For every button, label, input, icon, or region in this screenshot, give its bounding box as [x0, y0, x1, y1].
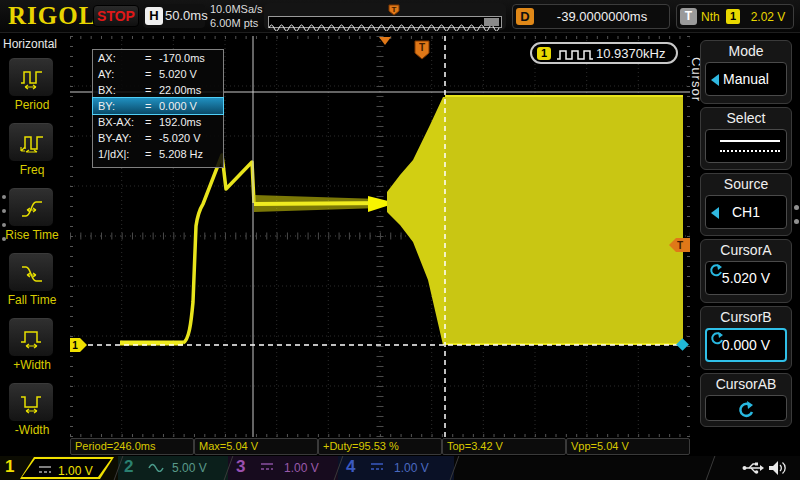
dc-coupling-icon: [38, 466, 52, 474]
cursor-row-bx: BX: = 22.00ms: [93, 82, 223, 98]
timebase-value: 50.0ms: [165, 8, 205, 23]
cursor-row-by-selected: BY: = 0.000 V: [93, 98, 223, 114]
cursor-ab-value[interactable]: [705, 395, 787, 421]
sample-rate: 10.0MSa/s: [210, 2, 263, 16]
menu-page-dot: [794, 205, 799, 210]
channel-4-status[interactable]: 4 1.00 V: [338, 456, 454, 480]
measure-item-label: Freq: [0, 163, 64, 177]
measure-item-label: Fall Time: [0, 293, 64, 307]
freq-icon: [19, 131, 45, 155]
trigger-time-flag-icon: T: [415, 41, 429, 59]
horizontal-icon: H: [145, 7, 163, 25]
trigger-position-flag-icon: T: [388, 4, 400, 16]
preview-view-window[interactable]: [484, 18, 499, 26]
waveform-preview-strip[interactable]: T: [264, 3, 506, 30]
measure-item-label: -Width: [0, 423, 64, 437]
svg-text:T: T: [392, 5, 397, 14]
plus-width-icon: [19, 326, 45, 350]
svg-text:1: 1: [72, 340, 78, 351]
delay-value: -39.0000000ms: [537, 9, 667, 24]
measure-item-freq[interactable]: [8, 122, 54, 162]
cursor-row-ay: AY: = 5.020 V: [93, 66, 223, 82]
rotate-knob-icon: [737, 400, 755, 418]
cursor-b-value[interactable]: 0.000 V: [705, 328, 787, 362]
scroll-indicator-dot: [2, 237, 6, 241]
trigger-position-marker-icon[interactable]: [379, 37, 391, 45]
top-status-bar: RIGOL STOP H 50.0ms 10.0MSa/s 6.00M pts …: [0, 0, 800, 33]
rotate-knob-icon: [709, 263, 723, 277]
measure-item-label: +Width: [0, 358, 64, 372]
freq-counter-channel: 1: [537, 47, 551, 60]
measure-item-fall-time[interactable]: [8, 252, 54, 292]
cursor-a-value[interactable]: 5.020 V: [705, 261, 787, 295]
frequency-counter-badge: 1 10.9370kHz: [530, 42, 678, 64]
waveform-display: T 1 T 1 10.9370kHz AX:: [70, 36, 690, 437]
measure-menu-title: Horizontal: [0, 33, 64, 51]
square-wave-icon: [556, 48, 594, 61]
menu-item-cursor-a[interactable]: CursorA 5.020 V: [700, 239, 792, 303]
channel-3-status[interactable]: 3 1.00 V: [228, 456, 338, 480]
channel-1-frame: 1.00 V: [20, 457, 114, 479]
trigger-icon: T: [680, 8, 697, 25]
measurement-results-bar: Period=246.0ms Max=5.04 V +Duty=95.53 % …: [70, 438, 690, 455]
cursor-row-byay: BY-AY: = -5.020 V: [93, 130, 223, 146]
scroll-indicator-dot: [2, 209, 6, 213]
measure-item-period[interactable]: [8, 57, 54, 97]
menu-item-cursor-b[interactable]: CursorB 0.000 V: [700, 306, 792, 370]
ac-coupling-icon: [148, 463, 164, 472]
speaker-icon: [768, 460, 788, 476]
trigger-level-value: 2.02 V: [745, 10, 791, 24]
channel-status-bar: 1 1.00 V 2 5.00 V 3: [0, 456, 800, 480]
freq-counter-value: 10.9370kHz: [596, 46, 665, 61]
measure-menu: Horizontal Period Freq Rise Time: [0, 33, 64, 456]
source-value[interactable]: CH1: [705, 195, 787, 229]
channel-separator: [706, 456, 716, 480]
scroll-indicator-dot: [2, 223, 6, 227]
ch1-ground-marker-icon[interactable]: 1: [70, 338, 87, 352]
menu-item-cursor-ab[interactable]: CursorAB: [700, 373, 792, 427]
menu-item-mode[interactable]: Mode Manual: [700, 40, 792, 104]
menu-item-select[interactable]: Select: [700, 107, 792, 170]
measure-item-label: Rise Time: [0, 228, 64, 242]
trigger-source-badge: 1: [726, 9, 740, 24]
cursor-b-line-icon: [720, 150, 780, 152]
cursor-row-freq: 1/|dX|: = 5.208 Hz: [93, 146, 223, 162]
measure-item-rise-time[interactable]: [8, 187, 54, 227]
cursor-a-line-icon: [720, 140, 780, 142]
mode-value[interactable]: Manual: [705, 62, 787, 96]
rotate-knob-icon: [710, 331, 724, 345]
cursor-row-ax: AX: = -170.0ms: [93, 50, 223, 66]
measurement-period: Period=246.0ms: [70, 438, 194, 455]
channel-1-status[interactable]: 1 1.00 V: [0, 456, 118, 480]
measurement-duty: +Duty=95.53 %: [318, 438, 442, 455]
measurement-top: Top=3.42 V: [442, 438, 566, 455]
menu-item-source[interactable]: Source CH1: [700, 173, 792, 236]
cursor-row-bxax: BX-AX: = 192.0ms: [93, 114, 223, 130]
period-icon: [19, 66, 45, 90]
delay-icon: D: [516, 8, 534, 25]
rigol-logo: RIGOL: [8, 2, 96, 30]
memory-depth: 6.00M pts: [210, 16, 263, 30]
minus-width-icon: [19, 391, 45, 415]
left-triangle-icon: [711, 207, 719, 219]
measure-item-plus-width[interactable]: [8, 317, 54, 357]
measure-item-minus-width[interactable]: [8, 382, 54, 422]
fall-time-icon: [19, 261, 45, 285]
measure-item-label: Period: [0, 98, 64, 112]
measurement-max: Max=5.04 V: [194, 438, 318, 455]
svg-text:T: T: [419, 42, 425, 53]
scroll-indicator-dot: [2, 195, 6, 199]
run-stop-status[interactable]: STOP: [93, 5, 139, 27]
cursor-measurement-panel: AX: = -170.0ms AY: = 5.020 V BX: = 22.00…: [92, 49, 224, 168]
svg-text:T: T: [677, 240, 683, 251]
dc-coupling-icon: [370, 463, 384, 471]
trigger-type: Nth: [701, 10, 720, 24]
trigger-status-group[interactable]: T Nth 1 2.02 V: [676, 4, 794, 29]
menu-page-dot: [794, 219, 799, 224]
rise-time-icon: [19, 196, 45, 220]
select-value[interactable]: [705, 129, 787, 163]
trigger-delay-group[interactable]: D -39.0000000ms: [512, 4, 670, 29]
usb-icon: [742, 461, 764, 475]
horizontal-timebase-group[interactable]: H 50.0ms: [143, 4, 205, 28]
channel-2-status[interactable]: 2 5.00 V: [118, 456, 228, 480]
